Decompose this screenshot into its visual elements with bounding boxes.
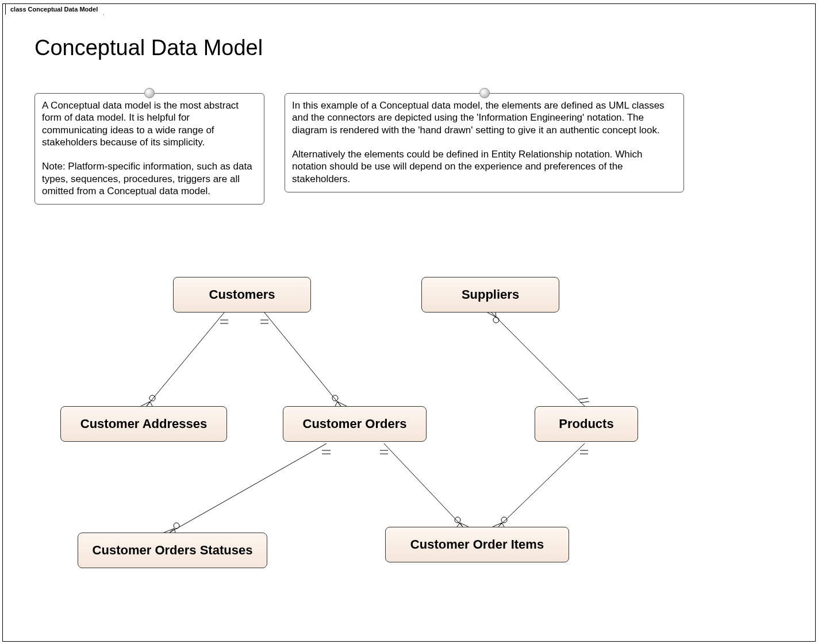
svg-line-9 <box>335 402 337 406</box>
svg-line-17 <box>580 402 589 403</box>
svg-line-33 <box>493 523 502 527</box>
cardinality-zero-or-many-icon <box>332 395 347 406</box>
svg-line-34 <box>498 523 502 527</box>
note-left: A Conceptual data model is the most abst… <box>34 93 264 205</box>
note-right-text: In this example of a Conceptual data mod… <box>292 100 665 184</box>
entity-customer-orders[interactable]: Customer Orders <box>283 406 427 442</box>
svg-point-12 <box>493 317 499 323</box>
svg-line-35 <box>502 523 504 527</box>
entity-customers[interactable]: Customers <box>173 277 311 313</box>
svg-line-23 <box>174 529 175 533</box>
entity-customer-order-items[interactable]: Customer Order Items <box>385 527 569 562</box>
connector <box>264 313 341 406</box>
entity-customer-orders-statuses[interactable]: Customer Orders Statuses <box>78 533 267 568</box>
entity-label: Customer Order Items <box>410 537 544 552</box>
svg-line-29 <box>460 523 468 527</box>
svg-point-2 <box>149 395 155 401</box>
cardinality-zero-or-many-icon <box>493 517 507 527</box>
cardinality-one-icon <box>580 450 588 454</box>
cardinality-one-icon <box>220 320 228 323</box>
cardinality-one-icon <box>380 450 388 454</box>
entity-label: Customer Addresses <box>80 417 207 431</box>
svg-line-4 <box>147 402 150 406</box>
svg-line-3 <box>141 402 150 406</box>
cardinality-zero-or-many-icon <box>487 313 499 323</box>
svg-line-21 <box>164 529 174 533</box>
svg-line-27 <box>457 523 460 527</box>
entity-suppliers[interactable]: Suppliers <box>421 277 559 313</box>
connector <box>491 313 585 406</box>
entity-label: Suppliers <box>462 287 519 302</box>
entity-label: Customer Orders Statuses <box>93 543 253 558</box>
entity-label: Customers <box>209 287 275 302</box>
connector <box>498 444 585 527</box>
svg-line-22 <box>170 529 174 533</box>
cardinality-one-icon <box>260 320 268 323</box>
svg-point-26 <box>455 517 460 523</box>
connector <box>147 313 224 406</box>
svg-line-5 <box>150 402 152 406</box>
svg-point-20 <box>174 523 179 529</box>
diagram-canvas: class Conceptual Data Model Conceptual D… <box>0 0 818 644</box>
svg-line-11 <box>337 402 347 406</box>
note-left-text: A Conceptual data model is the most abst… <box>42 100 252 196</box>
svg-line-14 <box>491 313 496 317</box>
entity-customer-addresses[interactable]: Customer Addresses <box>60 406 227 442</box>
diagram-title: Conceptual Data Model <box>34 36 263 60</box>
diagram-tab-prefix: class <box>10 6 26 13</box>
entity-label: Customer Orders <box>303 417 407 431</box>
svg-line-10 <box>337 402 341 406</box>
svg-line-15 <box>496 313 496 317</box>
pushpin-icon <box>479 88 490 98</box>
svg-line-28 <box>460 523 463 527</box>
svg-line-16 <box>579 398 588 399</box>
cardinality-one-icon <box>579 398 589 403</box>
cardinality-zero-or-many-icon <box>455 517 468 527</box>
cardinality-one-icon <box>322 450 331 454</box>
cardinality-zero-or-many-icon <box>164 523 179 533</box>
pushpin-icon <box>144 88 155 98</box>
diagram-frame: class Conceptual Data Model Conceptual D… <box>2 3 816 642</box>
note-right: In this example of a Conceptual data mod… <box>285 93 684 192</box>
cardinality-zero-or-many-icon <box>141 395 155 406</box>
connector <box>384 444 463 527</box>
diagram-tab-name: Conceptual Data Model <box>28 6 98 13</box>
diagram-tab: class Conceptual Data Model <box>5 3 104 15</box>
entity-products[interactable]: Products <box>535 406 638 442</box>
entity-label: Products <box>559 417 613 431</box>
connector <box>170 444 327 533</box>
svg-line-13 <box>487 313 496 317</box>
svg-point-8 <box>332 395 338 401</box>
svg-point-32 <box>501 517 507 523</box>
